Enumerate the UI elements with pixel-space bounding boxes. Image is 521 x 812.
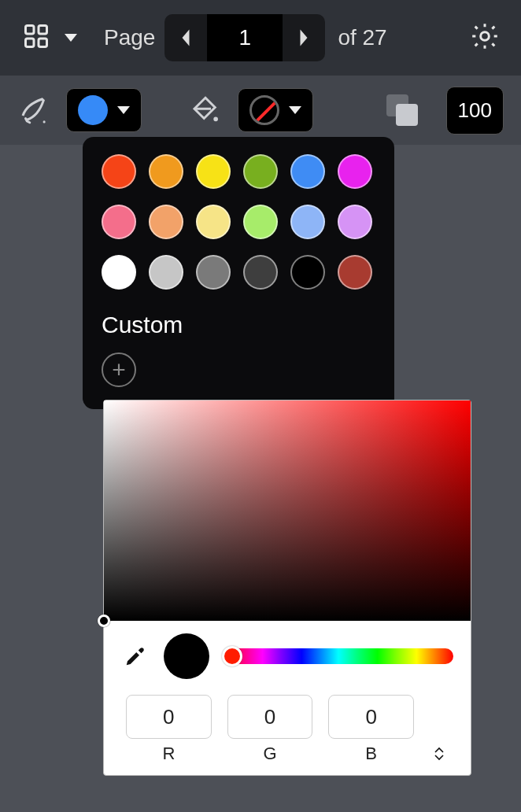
custom-section-label: Custom <box>102 312 375 338</box>
b-input[interactable] <box>328 695 414 739</box>
hue-thumb <box>222 646 242 666</box>
preset-swatch[interactable] <box>243 255 278 290</box>
plus-icon: + <box>112 358 126 382</box>
sv-cursor <box>98 615 110 627</box>
opacity-input[interactable]: 100 <box>446 87 504 135</box>
preset-swatch[interactable] <box>149 154 183 189</box>
stroke-color-swatch <box>78 95 108 125</box>
grid-icon <box>22 22 50 54</box>
page-number-value: 1 <box>239 25 252 50</box>
top-toolbar: Page 1 of 27 <box>0 0 521 76</box>
b-cell <box>328 695 414 739</box>
r-label: R <box>126 744 212 764</box>
color-picker-panel: R G B <box>103 400 471 776</box>
chevron-down-icon <box>289 106 301 114</box>
page-navigation: Page 1 of 27 <box>104 14 387 61</box>
g-label: G <box>227 744 313 764</box>
preset-swatch[interactable] <box>243 205 278 239</box>
preset-swatch[interactable] <box>102 205 136 239</box>
eyedropper-icon <box>124 644 147 668</box>
gear-icon <box>469 20 501 52</box>
g-input[interactable] <box>227 695 313 739</box>
preset-swatch[interactable] <box>196 154 231 189</box>
page-total-label: of 27 <box>338 25 386 50</box>
preset-swatch[interactable] <box>338 255 372 290</box>
no-fill-swatch <box>249 95 279 125</box>
fill-bucket-icon <box>189 94 222 127</box>
svg-rect-1 <box>39 26 47 35</box>
g-cell <box>227 695 313 739</box>
color-mode-stepper[interactable] <box>430 747 449 761</box>
opacity-value-text: 100 <box>458 98 492 122</box>
page-number-input[interactable]: 1 <box>207 14 283 61</box>
picker-controls-row <box>104 621 471 685</box>
stroke-brush-icon <box>17 94 50 127</box>
svg-rect-2 <box>26 39 35 47</box>
color-palette-popover: Custom + <box>83 137 394 409</box>
svg-point-5 <box>43 120 46 123</box>
add-custom-color-button[interactable]: + <box>102 352 136 387</box>
opacity-icon <box>386 94 418 126</box>
preset-swatch[interactable] <box>290 154 325 189</box>
chevron-down-icon <box>117 106 130 114</box>
preset-swatch-grid <box>102 154 375 290</box>
preset-swatch[interactable] <box>338 205 372 239</box>
format-toolbar: 100 <box>0 76 521 145</box>
preset-swatch[interactable] <box>290 205 325 239</box>
preset-swatch[interactable] <box>196 205 231 239</box>
svg-rect-3 <box>39 39 47 47</box>
preset-swatch[interactable] <box>149 255 183 290</box>
page-label: Page <box>104 25 155 50</box>
preset-swatch[interactable] <box>102 154 136 189</box>
chevron-right-icon <box>297 28 311 47</box>
b-label: B <box>328 744 414 764</box>
fill-color-dropdown[interactable] <box>238 88 313 132</box>
r-input[interactable] <box>126 695 212 739</box>
preset-swatch[interactable] <box>290 255 325 290</box>
svg-point-6 <box>213 117 218 122</box>
preset-swatch[interactable] <box>243 154 278 189</box>
preset-swatch[interactable] <box>149 205 183 239</box>
rgb-inputs-row <box>104 685 471 744</box>
next-page-button[interactable] <box>283 14 325 61</box>
preset-swatch[interactable] <box>338 154 372 189</box>
chevron-down-icon <box>434 755 444 761</box>
preset-swatch[interactable] <box>102 255 136 290</box>
eyedropper-button[interactable] <box>121 642 150 670</box>
chevron-down-icon <box>65 34 77 42</box>
hue-slider[interactable] <box>224 648 453 664</box>
preset-swatch[interactable] <box>196 255 231 290</box>
prev-page-button[interactable] <box>164 14 207 61</box>
current-color-swatch <box>164 633 209 679</box>
svg-point-4 <box>481 32 490 41</box>
view-grid-dropdown[interactable] <box>14 17 85 58</box>
settings-button[interactable] <box>463 14 507 61</box>
chevron-left-icon <box>179 28 193 47</box>
svg-rect-0 <box>26 26 35 35</box>
stroke-color-dropdown[interactable] <box>66 88 142 132</box>
page-nav-group: 1 <box>164 14 325 61</box>
chevron-up-icon <box>434 747 444 753</box>
rgb-labels-row: R G B <box>104 744 471 775</box>
saturation-value-field[interactable] <box>104 400 471 621</box>
r-cell <box>126 695 212 739</box>
